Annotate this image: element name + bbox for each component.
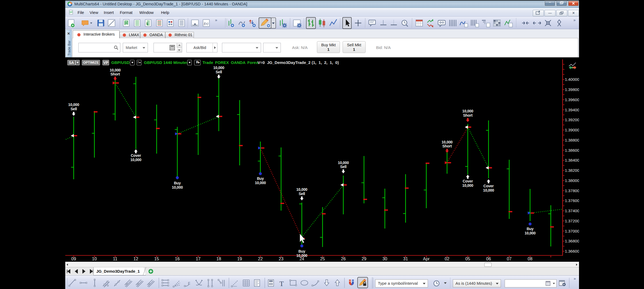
svg-text:1.37400: 1.37400 xyxy=(565,208,579,213)
svg-text:10: 10 xyxy=(92,257,97,261)
svg-text:12: 12 xyxy=(133,257,138,261)
svg-text:1.37800: 1.37800 xyxy=(565,188,579,193)
svg-text:1.38000: 1.38000 xyxy=(565,178,579,183)
svg-text:15: 15 xyxy=(154,257,159,261)
svg-text:Short: Short xyxy=(442,144,452,148)
svg-text:19: 19 xyxy=(237,257,242,261)
svg-text:25: 25 xyxy=(320,257,325,261)
svg-text:10,000: 10,000 xyxy=(110,68,121,72)
svg-text:05: 05 xyxy=(465,257,470,261)
svg-text:Apr: Apr xyxy=(423,257,430,261)
svg-text:31: 31 xyxy=(403,257,408,261)
svg-text:22: 22 xyxy=(258,257,263,261)
svg-text:Cover: Cover xyxy=(484,184,494,188)
svg-text:18: 18 xyxy=(216,257,221,261)
svg-text:16: 16 xyxy=(175,257,180,261)
svg-text:10,000: 10,000 xyxy=(462,183,473,188)
svg-text:Cover: Cover xyxy=(131,153,141,158)
svg-text:»: » xyxy=(215,18,217,22)
svg-text:10,000: 10,000 xyxy=(296,187,308,192)
svg-text:1.38800: 1.38800 xyxy=(565,138,579,142)
svg-text:10,000: 10,000 xyxy=(172,185,183,189)
svg-text:10,000: 10,000 xyxy=(338,161,349,165)
svg-text:1.39000: 1.39000 xyxy=(565,128,579,132)
svg-text:1.38400: 1.38400 xyxy=(565,158,579,162)
svg-text:23: 23 xyxy=(279,257,283,261)
svg-text:Sell: Sell xyxy=(340,165,347,169)
svg-text:Sell: Sell xyxy=(299,192,305,196)
svg-text:Short: Short xyxy=(463,113,473,117)
svg-text:1.38200: 1.38200 xyxy=(565,168,579,173)
svg-text:Buy: Buy xyxy=(257,176,264,181)
svg-text:Buy: Buy xyxy=(527,227,534,231)
svg-text:1.36800: 1.36800 xyxy=(565,239,579,243)
svg-text:08: 08 xyxy=(528,257,532,261)
svg-text:10,000: 10,000 xyxy=(462,109,473,113)
svg-text:10,000: 10,000 xyxy=(68,102,79,107)
svg-text:f(x): f(x) xyxy=(204,22,208,25)
svg-text:1.39600: 1.39600 xyxy=(565,97,579,102)
svg-text:T: T xyxy=(279,280,284,288)
svg-text:1.39800: 1.39800 xyxy=(565,87,579,92)
svg-text:»: » xyxy=(573,18,576,22)
svg-text:10,000: 10,000 xyxy=(483,188,494,192)
svg-text:1.36600: 1.36600 xyxy=(565,249,579,253)
svg-text:1.39200: 1.39200 xyxy=(565,117,579,122)
svg-text:10,000: 10,000 xyxy=(296,253,308,258)
svg-text:Buy: Buy xyxy=(174,181,181,185)
svg-text:07: 07 xyxy=(507,257,512,261)
svg-text:10,000: 10,000 xyxy=(255,181,266,185)
svg-text:10,000: 10,000 xyxy=(524,231,536,235)
svg-text:11: 11 xyxy=(113,257,117,261)
svg-text:Sell: Sell xyxy=(71,107,77,111)
svg-text:02: 02 xyxy=(445,257,450,261)
svg-text:1.37600: 1.37600 xyxy=(565,198,579,203)
svg-text:26: 26 xyxy=(341,257,346,261)
svg-text:E: E xyxy=(188,281,190,285)
svg-text:30: 30 xyxy=(382,257,387,261)
svg-text:09: 09 xyxy=(71,257,76,261)
svg-text:1.39400: 1.39400 xyxy=(565,108,579,112)
svg-text:Cover: Cover xyxy=(463,179,473,183)
svg-text:Sell: Sell xyxy=(216,70,222,74)
svg-text:Short: Short xyxy=(110,72,120,76)
svg-text:1.37000: 1.37000 xyxy=(565,229,579,233)
svg-text:Buy: Buy xyxy=(298,249,305,253)
svg-text:$: $ xyxy=(146,22,148,26)
svg-text:1.37200: 1.37200 xyxy=(565,219,579,223)
svg-text:29: 29 xyxy=(362,257,366,261)
svg-text:1.40000: 1.40000 xyxy=(565,77,579,82)
svg-text:1.38600: 1.38600 xyxy=(565,148,579,153)
svg-text:06: 06 xyxy=(486,257,491,261)
svg-text:17: 17 xyxy=(196,257,201,261)
svg-text:10,000: 10,000 xyxy=(442,140,453,144)
svg-text:10,000: 10,000 xyxy=(130,158,141,162)
